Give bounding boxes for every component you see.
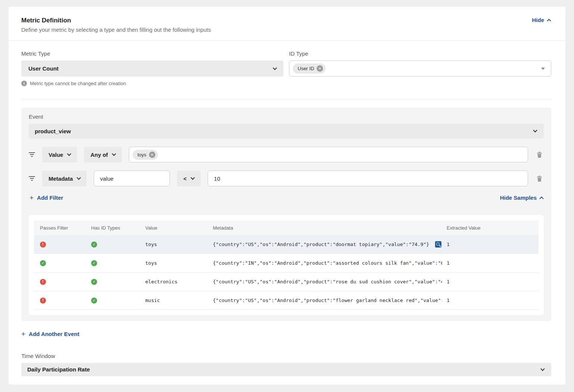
chevron-up-icon	[547, 19, 551, 23]
sample-value: electronics	[139, 279, 207, 284]
has-id-check-icon: ✓	[91, 298, 97, 304]
hide-link-label: Hide	[532, 17, 544, 23]
sample-value: toys	[139, 242, 207, 247]
event-value: product_view	[35, 128, 71, 134]
metric-type-note: i Metric type cannot be changed after cr…	[21, 81, 283, 86]
event-select[interactable]: product_view	[29, 124, 544, 139]
filter-row-value: Value Any of toys ✕	[29, 147, 544, 162]
table-header-row: Passes Filter Has ID Types Value Metadat…	[34, 220, 539, 235]
sample-value: toys	[139, 260, 207, 266]
time-window-select[interactable]: Daily Participation Rate	[21, 363, 551, 376]
metadata-value-input[interactable]	[208, 171, 528, 186]
card-header: Metric Definition Define your metric by …	[9, 7, 565, 41]
chevron-up-icon	[539, 196, 543, 200]
filter-icon	[29, 152, 35, 157]
filter-value-chip[interactable]: toys ✕	[133, 150, 158, 160]
preview-metadata-icon[interactable]	[435, 241, 441, 248]
passes-filter-error-icon: !	[40, 298, 46, 304]
comparison-operator-select[interactable]: <	[177, 171, 201, 186]
hide-samples-link[interactable]: Hide Samples	[500, 195, 543, 201]
sample-metadata: {"country":"US","os":"Android","product"…	[207, 241, 442, 248]
hide-samples-label: Hide Samples	[500, 195, 537, 201]
table-row[interactable]: ! ✓ music {"country":"US","os":"Android"…	[34, 291, 539, 310]
samples-panel: Passes Filter Has ID Types Value Metadat…	[29, 215, 544, 315]
column-header: Passes Filter	[34, 225, 85, 231]
trash-icon	[537, 152, 542, 158]
sample-extracted-value: 1	[442, 279, 539, 284]
time-window-label: Time Window	[21, 353, 551, 359]
plus-icon: +	[21, 332, 25, 337]
filter-field-label: Metadata	[49, 175, 73, 182]
metric-type-note-text: Metric type cannot be changed after crea…	[30, 81, 126, 86]
add-filter-link[interactable]: + Add Filter	[30, 195, 63, 201]
column-header: Metadata	[207, 225, 442, 231]
info-icon: i	[21, 81, 27, 86]
column-header: Value	[139, 225, 207, 231]
page-subtitle: Define your metric by selecting a type a…	[21, 27, 211, 33]
page-title: Metric Definition	[21, 17, 211, 24]
passes-filter-check-icon: ✓	[40, 260, 46, 266]
chevron-down-icon	[67, 152, 71, 156]
filter-field-select[interactable]: Metadata	[42, 171, 87, 186]
sample-metadata: {"country":"US","os":"Android","product"…	[207, 279, 442, 284]
filter-operator-select[interactable]: Any of	[84, 147, 122, 162]
metric-type-label: Metric Type	[21, 50, 283, 57]
filter-row-metadata: Metadata <	[29, 171, 544, 186]
filter-field-select[interactable]: Value	[42, 147, 77, 162]
id-type-select[interactable]: User ID ✕	[289, 60, 551, 77]
metric-definition-card: Metric Definition Define your metric by …	[9, 7, 565, 385]
table-body: ! ✓ toys {"country":"US","os":"Android",…	[34, 235, 539, 310]
delete-filter-button[interactable]	[535, 152, 544, 158]
metadata-key-input[interactable]	[94, 171, 170, 186]
has-id-check-icon: ✓	[91, 260, 97, 266]
chevron-down-icon	[533, 128, 537, 132]
hide-section-link[interactable]: Hide	[532, 17, 550, 23]
table-row[interactable]: ✓ ✓ toys {"country":"IN","os":"Android",…	[34, 254, 539, 273]
delete-filter-button[interactable]	[535, 175, 544, 182]
filter-operator-label: Any of	[90, 152, 108, 158]
caret-down-icon	[541, 68, 545, 70]
chevron-down-icon	[540, 367, 544, 371]
add-filter-label: Add Filter	[37, 195, 63, 201]
filter-field-label: Value	[49, 152, 63, 158]
id-type-chip[interactable]: User ID ✕	[293, 63, 326, 74]
sample-metadata: {"country":"US","os":"Android","product"…	[207, 298, 442, 303]
column-header: Has ID Types	[85, 225, 139, 231]
chevron-down-icon	[112, 152, 116, 156]
metric-type-select[interactable]: User Count	[21, 60, 283, 77]
chevron-down-icon	[77, 175, 81, 180]
id-type-label: ID Type	[289, 50, 551, 57]
add-another-event-link[interactable]: + Add Another Event	[21, 331, 79, 337]
event-label: Event	[29, 113, 544, 120]
filter-icon	[29, 176, 35, 181]
sample-extracted-value: 1	[442, 260, 539, 266]
remove-chip-icon[interactable]: ✕	[149, 152, 155, 158]
passes-filter-error-icon: !	[40, 242, 46, 248]
table-row[interactable]: ! ✓ electronics {"country":"US","os":"An…	[34, 273, 539, 291]
section-divider	[21, 99, 551, 99]
time-window-value: Daily Participation Rate	[27, 366, 90, 373]
plus-icon: +	[30, 195, 34, 200]
comparison-operator-label: <	[183, 175, 187, 182]
has-id-check-icon: ✓	[91, 242, 97, 248]
table-row[interactable]: ! ✓ toys {"country":"US","os":"Android",…	[34, 235, 539, 254]
add-another-event-label: Add Another Event	[29, 331, 79, 337]
remove-chip-icon[interactable]: ✕	[317, 65, 323, 72]
sample-value: music	[139, 298, 207, 303]
chevron-down-icon	[273, 66, 277, 70]
filter-values-input[interactable]: toys ✕	[129, 147, 528, 162]
event-card: Event product_view Value Any of toy	[21, 108, 551, 321]
sample-extracted-value: 1	[442, 242, 539, 247]
id-type-chip-label: User ID	[298, 66, 314, 71]
metric-type-value: User Count	[28, 65, 59, 72]
sample-metadata: {"country":"IN","os":"Android","product"…	[207, 260, 442, 266]
filter-value-chip-label: toys	[137, 152, 146, 158]
has-id-check-icon: ✓	[91, 279, 97, 285]
chevron-down-icon	[190, 175, 195, 180]
sample-extracted-value: 1	[442, 298, 539, 303]
passes-filter-error-icon: !	[40, 279, 46, 285]
column-header: Extracted Value	[442, 225, 539, 231]
trash-icon	[537, 175, 542, 182]
